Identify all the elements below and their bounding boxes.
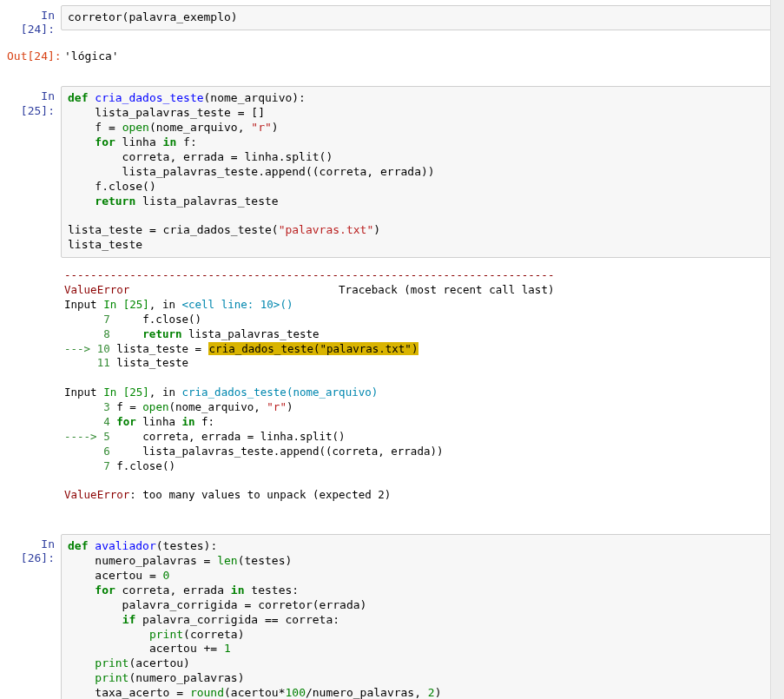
code-box-24[interactable]: corretor(palavra_exemplo) (61, 5, 777, 30)
tb-text: (nome_arquivo, (168, 400, 267, 413)
code-text: f: (176, 135, 196, 148)
builtin-print: print (149, 628, 183, 641)
kw-for: for (95, 584, 115, 597)
tb-error-name: ValueError (64, 488, 129, 501)
tb-lineno: 3 (64, 400, 110, 413)
tb-link[interactable]: cria_dados_teste (181, 386, 286, 399)
code-text: lista_palavras_teste (135, 195, 278, 208)
tb-text: f = (110, 400, 143, 413)
tb-separator: ----------------------------------------… (64, 268, 554, 281)
string-literal: "palavras.txt" (279, 223, 374, 236)
kw-in: in (181, 415, 194, 428)
output-text-24: 'lógica' (61, 46, 777, 68)
kw-for: for (116, 415, 136, 428)
tb-text: lista_teste = (110, 342, 208, 355)
tb-text: , in (149, 298, 182, 311)
builtin-len: len (217, 554, 237, 567)
code-text: palavra_corrigida == correta: (135, 613, 339, 626)
code-text: ) (435, 686, 442, 699)
code-text: numero_palavras = (68, 554, 217, 567)
builtin-round: round (190, 686, 224, 699)
in-prompt-25: In [25]: (7, 86, 61, 258)
cell-25-code-area[interactable]: def cria_dados_teste(nome_arquivo): list… (61, 86, 777, 258)
tb-text: correta, errada = linha.split() (110, 430, 346, 443)
code-text: ) (272, 121, 279, 134)
builtin-print: print (95, 656, 128, 669)
code-text: correta, errada (115, 584, 231, 597)
cell-24-code-area[interactable]: corretor(palavra_exemplo) (61, 5, 777, 41)
kw-return: return (142, 327, 181, 340)
code-text: corretor(palavra_exemplo) (68, 10, 238, 23)
code-text: (nome_arquivo): (204, 91, 306, 104)
code-text: taxa_acerto = (68, 686, 190, 699)
in-prompt-26: In [26]: (7, 534, 61, 699)
code-text (68, 671, 95, 684)
tb-lineno: 7 (64, 459, 110, 472)
code-text: (nome_arquivo, (149, 121, 251, 134)
cell-24-output: Out[24]: 'lógica' (7, 46, 777, 68)
tb-text: lista_teste (110, 356, 188, 369)
kw-def: def (68, 539, 95, 552)
code-text (68, 656, 95, 669)
tb-error-msg: : too many values to unpack (expected 2) (129, 488, 391, 501)
code-text: palavra_corrigida = corretor(errada) (68, 598, 366, 611)
tb-text: (nome_arquivo) (287, 386, 378, 399)
num-literal: 0 (163, 569, 170, 582)
code-box-26[interactable]: def avaliador(testes): numero_palavras =… (61, 534, 777, 699)
num-literal: 2 (428, 686, 435, 699)
tb-error-name: ValueError (64, 283, 129, 296)
tb-lineno: 10 (97, 342, 110, 355)
kw-def: def (68, 91, 95, 104)
tb-cell-ref: In [25] (103, 298, 149, 311)
cell-25-input: In [25]: def cria_dados_teste(nome_arqui… (7, 86, 777, 258)
tb-lineno: 7 (64, 313, 110, 326)
tb-lineno: 6 (64, 445, 110, 458)
code-text (68, 613, 122, 626)
builtin-open: open (122, 121, 149, 134)
code-text: f.close() (68, 180, 156, 193)
cell-25-error: ----------------------------------------… (7, 263, 777, 510)
code-text: f = (68, 121, 122, 134)
code-text: (correta) (183, 628, 244, 641)
tb-link[interactable]: <cell line: 10> (181, 298, 280, 311)
num-literal: 1 (224, 642, 231, 655)
tb-lineno: 4 (64, 415, 110, 428)
num-literal: 100 (285, 686, 305, 699)
string-literal: "r" (267, 400, 287, 413)
code-text: (numero_palavras) (128, 671, 244, 684)
tb-text: () (280, 298, 293, 311)
tb-lineno: 5 (103, 430, 110, 443)
code-box-25[interactable]: def cria_dados_teste(nome_arquivo): list… (61, 86, 777, 258)
cell-24-input: In [24]: corretor(palavra_exemplo) (7, 5, 777, 41)
tb-cell-ref: In [25] (103, 386, 149, 399)
code-text: (testes) (238, 554, 293, 567)
code-text: (acertou* (224, 686, 285, 699)
tb-highlight-call: cria_dados_teste("palavras.txt") (208, 342, 419, 355)
cell-26-code-area[interactable]: def avaliador(testes): numero_palavras =… (61, 534, 777, 699)
string-literal: "r" (251, 121, 271, 134)
code-text: acertou += (68, 642, 224, 655)
code-text (68, 195, 95, 208)
tb-lineno: 8 (64, 327, 110, 340)
code-text (68, 628, 149, 641)
cell-26-input: In [26]: def avaliador(testes): numero_p… (7, 534, 777, 699)
code-text: testes: (245, 584, 300, 597)
scrollbar-track[interactable] (770, 0, 784, 699)
tb-header: Traceback (most recent call last) (129, 283, 554, 296)
tb-text: , in (149, 386, 182, 399)
tb-text: Input (64, 386, 103, 399)
code-text (68, 584, 95, 597)
kw-if: if (122, 613, 136, 626)
in-prompt-24: In [24]: (7, 5, 61, 41)
tb-text: linha (136, 415, 182, 428)
code-text: lista_teste (68, 238, 142, 251)
traceback-25: ----------------------------------------… (61, 267, 777, 510)
fn-name: cria_dados_teste (95, 91, 203, 104)
code-text (68, 135, 95, 148)
code-text: /numero_palavras, (306, 686, 428, 699)
code-text: linha (115, 135, 163, 148)
tb-text: f: (195, 415, 215, 428)
tb-text: lista_palavras_teste.append((correta, er… (110, 445, 444, 458)
tb-text: f.close() (110, 459, 175, 472)
builtin-open: open (142, 400, 168, 413)
